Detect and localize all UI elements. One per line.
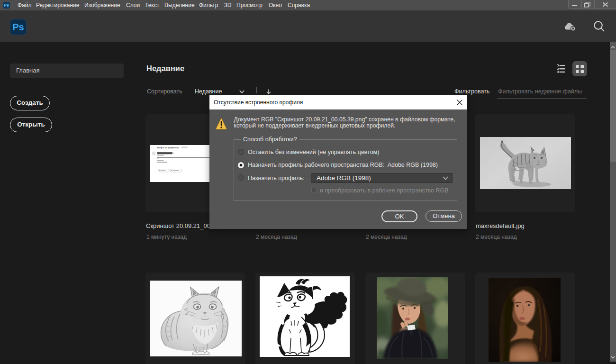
svg-text:Переслать: Переслать xyxy=(172,170,179,172)
svg-text:Вопрос по документам: Вопрос по документам xyxy=(157,146,179,149)
svg-text:Ответить: Ответить xyxy=(160,170,166,172)
